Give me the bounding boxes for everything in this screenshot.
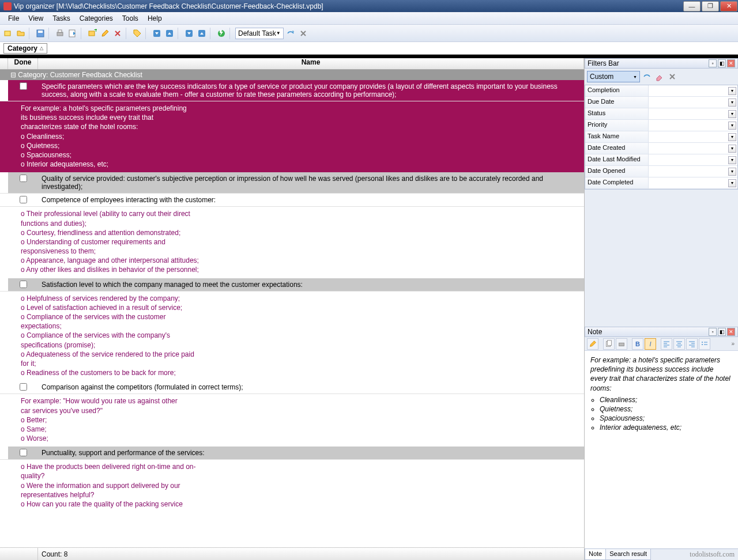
filter-dropdown[interactable]: ▼ [728,156,736,164]
done-checkbox[interactable] [20,82,27,90]
done-checkbox[interactable] [20,281,27,288]
task-name: Competence of employees interacting with… [38,194,584,206]
filter-dropdown[interactable]: ▼ [728,168,736,176]
note-pin-button[interactable]: ◧ [718,328,726,336]
note-align-right-button[interactable] [686,338,698,350]
flag-button[interactable] [216,28,227,39]
task-row[interactable]: Quality of service provided: customer's … [0,172,584,194]
menu-view[interactable]: View [24,13,48,24]
new-category-button[interactable]: + [86,28,98,39]
menu-tasks[interactable]: Tasks [48,13,75,24]
up2-button[interactable] [196,28,208,39]
filter-row[interactable]: Date Opened▼ [585,166,737,177]
note-list-item: Quietness; [600,404,732,414]
task-row[interactable]: Specific parameters which are the key su… [0,80,584,101]
down2-button[interactable] [183,28,195,39]
note-print-button[interactable] [616,338,627,350]
tag-button[interactable] [131,28,143,39]
menu-tools[interactable]: Tools [118,13,143,24]
up-button[interactable] [164,28,175,39]
group-by-pill[interactable]: Category△ [3,43,47,54]
filters-save-button[interactable] [641,71,653,82]
menu-categories[interactable]: Categories [75,13,118,24]
save-button[interactable] [35,28,46,39]
note-align-center-button[interactable] [673,338,685,350]
filter-dropdown[interactable]: ▼ [728,179,736,187]
filter-row[interactable]: Completion▼ [585,85,737,97]
note-italic-button[interactable]: I [645,338,656,350]
task-row[interactable]: Competence of employees interacting with… [0,194,584,207]
note-panel-header: Note ▫ ◧ ✕ [585,327,738,337]
filters-clear-button[interactable] [667,71,678,82]
filter-row[interactable]: Date Created▼ [585,143,737,154]
filter-row[interactable]: Priority▼ [585,120,737,131]
task-template-combo[interactable]: Default Task▼ [235,28,284,39]
menu-help[interactable]: Help [143,13,167,24]
close-button[interactable]: ✕ [720,1,737,12]
task-name: Punctuality, support and performance of … [38,447,584,459]
print-button[interactable] [54,28,66,39]
note-edit-button[interactable] [587,338,598,350]
task-note: o Their professional level (ability to c… [0,207,584,278]
task-row[interactable]: Comparison against the competitors (form… [0,381,584,394]
filters-preset-combo[interactable]: Custom▼ [587,71,640,82]
down-button[interactable] [151,28,163,39]
svg-text:+: + [94,29,97,34]
column-done[interactable]: Done [8,58,38,69]
export-button[interactable] [67,28,78,39]
done-checkbox[interactable] [20,449,27,456]
filter-dropdown[interactable]: ▼ [728,133,736,141]
done-checkbox[interactable] [20,196,27,203]
filter-dropdown[interactable]: ▼ [728,87,736,95]
filter-row[interactable]: Date Last Modified▼ [585,154,737,166]
filter-row[interactable]: Due Date▼ [585,97,737,108]
filters-erase-button[interactable] [654,71,665,82]
clear-button[interactable] [298,28,309,39]
note-bullets-button[interactable] [699,338,710,350]
edit-button[interactable] [99,28,111,39]
task-row[interactable]: Punctuality, support and performance of … [0,447,584,460]
filters-panel-header: Filters Bar ▫ ◧ ✕ [585,58,738,69]
menu-file[interactable]: File [3,13,24,24]
tab-note[interactable]: Note [585,549,606,560]
note-toolbar: B I » [585,337,738,351]
maximize-button[interactable]: ❐ [702,1,719,12]
note-align-left-button[interactable] [661,338,672,350]
done-checkbox[interactable] [20,175,27,182]
filter-dropdown[interactable]: ▼ [728,110,736,118]
note-bold-button[interactable]: B [632,338,643,350]
task-name: Specific parameters which are the key su… [38,80,584,101]
done-checkbox[interactable] [20,383,27,391]
filter-label: Date Last Modified [585,154,649,165]
app-icon [3,2,12,10]
filter-row[interactable]: Date Completed▼ [585,177,737,189]
note-copy-button[interactable] [603,338,615,350]
apply-template-button[interactable] [285,28,296,39]
column-name[interactable]: Name [38,58,584,69]
category-row[interactable]: ⊟ Category: Customer Feedback Checklist [0,70,584,80]
filters-close-button[interactable]: ✕ [727,59,735,67]
filter-row[interactable]: Task Name▼ [585,131,737,143]
note-close-button[interactable]: ✕ [727,328,735,336]
note-content[interactable]: For example: a hotel's specific paramete… [585,351,738,548]
minimize-button[interactable]: — [683,1,701,12]
tab-search[interactable]: Search result [605,549,651,560]
filters-pin-button[interactable]: ◧ [718,59,726,67]
svg-rect-4 [58,30,62,32]
filters-grid: Completion▼Due Date▼Status▼Priority▼Task… [585,85,738,190]
menu-bar: File View Tasks Categories Tools Help [0,12,738,25]
new-db-button[interactable] [2,28,14,39]
svg-point-17 [702,344,703,345]
task-grid[interactable]: ⊟ Category: Customer Feedback ChecklistS… [0,70,584,547]
task-row[interactable]: Satisfaction level to which the company … [0,278,584,292]
filter-row[interactable]: Status▼ [585,108,737,120]
filter-dropdown[interactable]: ▼ [728,122,736,130]
note-overflow-icon[interactable]: » [731,340,736,347]
filter-dropdown[interactable]: ▼ [728,99,736,107]
note-restore-button[interactable]: ▫ [709,328,717,336]
open-button[interactable] [15,28,27,39]
grouping-bar: Category△ [0,42,738,55]
filters-restore-button[interactable]: ▫ [709,59,717,67]
delete-button[interactable] [112,28,123,39]
filter-dropdown[interactable]: ▼ [728,145,736,153]
